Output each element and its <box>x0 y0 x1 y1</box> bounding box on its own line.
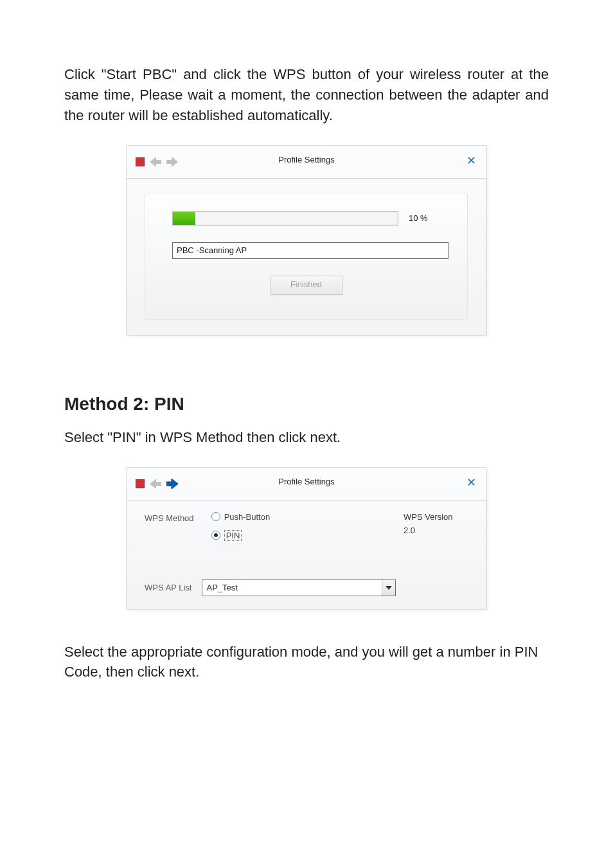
radio-icon <box>211 531 220 540</box>
wps-ap-list-value: AP_Test <box>202 583 382 592</box>
close-icon[interactable]: ✕ <box>466 154 476 168</box>
svg-marker-6 <box>386 586 392 590</box>
wps-version-label: WPS Version <box>404 512 468 522</box>
paragraph-config-mode: Select the appropriate configuration mod… <box>64 642 549 683</box>
wps-ap-list-dropdown[interactable]: AP_Test <box>202 580 396 596</box>
wps-version-value: 2.0 <box>404 526 468 535</box>
close-icon[interactable]: ✕ <box>466 475 476 490</box>
progress-percent-label: 10 % <box>409 213 428 223</box>
paragraph-select-pin: Select "PIN" in WPS Method then click ne… <box>64 427 549 448</box>
radio-pin-label: PIN <box>224 530 242 541</box>
heading-method-2-pin: Method 2: PIN <box>64 394 549 414</box>
status-text: PBC -Scanning AP <box>177 245 247 255</box>
dialog-content: WPS Method Push-Button WPS Version 2.0 P… <box>145 512 468 596</box>
progress-bar <box>172 211 398 226</box>
dialog-title: Profile Settings <box>127 155 486 164</box>
wps-ap-list-label: WPS AP List <box>145 583 191 592</box>
status-text-box: PBC -Scanning AP <box>172 242 449 259</box>
wps-method-label: WPS Method <box>145 513 209 523</box>
profile-settings-dialog-progress: Profile Settings ✕ 10 % PBC -Scanning AP… <box>126 145 487 336</box>
dialog-content: 10 % PBC -Scanning AP Finished <box>145 193 468 320</box>
radio-push-button[interactable]: Push-Button <box>211 512 271 522</box>
chevron-down-icon[interactable] <box>382 580 395 596</box>
radio-icon <box>211 512 220 521</box>
profile-settings-dialog-wps-method: Profile Settings ✕ WPS Method Push-Butto… <box>126 467 487 610</box>
paragraph-pbc-instructions: Click "Start PBC" and click the WPS butt… <box>64 64 549 126</box>
dialog-header: Profile Settings ✕ <box>127 468 486 500</box>
radio-push-button-label: Push-Button <box>224 512 271 522</box>
radio-pin[interactable]: PIN <box>211 530 242 541</box>
finished-button: Finished <box>271 276 342 295</box>
dialog-header: Profile Settings ✕ <box>127 146 486 179</box>
dialog-title: Profile Settings <box>127 477 486 486</box>
